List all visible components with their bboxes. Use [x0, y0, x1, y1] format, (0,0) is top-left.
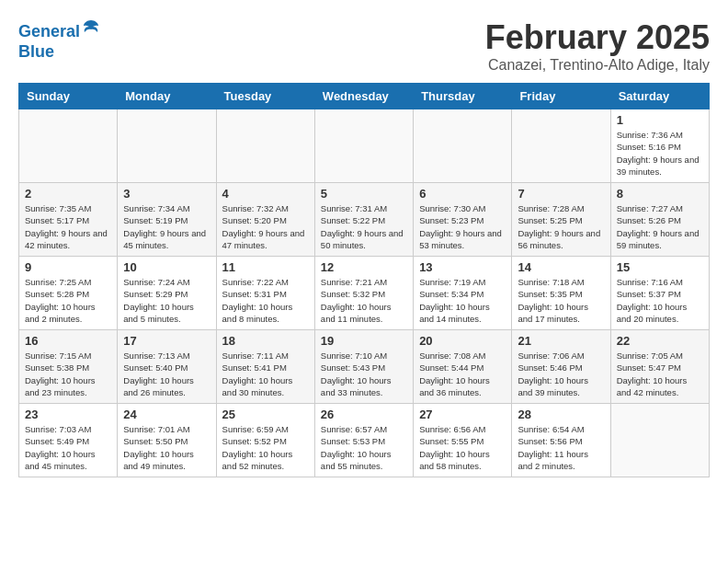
calendar-cell: 22Sunrise: 7:05 AM Sunset: 5:47 PM Dayli…	[610, 330, 709, 404]
day-number: 23	[25, 408, 111, 421]
day-info: Sunrise: 7:32 AM Sunset: 5:20 PM Dayligh…	[222, 202, 309, 251]
day-number: 22	[617, 334, 703, 348]
calendar-cell: 4Sunrise: 7:32 AM Sunset: 5:20 PM Daylig…	[216, 183, 314, 257]
logo-bird-icon	[82, 18, 100, 37]
day-info: Sunrise: 7:34 AM Sunset: 5:19 PM Dayligh…	[123, 202, 210, 251]
calendar-cell	[216, 109, 314, 183]
day-number: 3	[123, 187, 210, 201]
calendar-cell: 21Sunrise: 7:06 AM Sunset: 5:46 PM Dayli…	[512, 330, 610, 404]
calendar-cell	[610, 404, 709, 477]
calendar-cell: 13Sunrise: 7:19 AM Sunset: 5:34 PM Dayli…	[414, 257, 512, 330]
day-number: 15	[617, 260, 703, 274]
day-info: Sunrise: 7:25 AM Sunset: 5:28 PM Dayligh…	[25, 276, 111, 325]
day-info: Sunrise: 7:11 AM Sunset: 5:41 PM Dayligh…	[222, 350, 309, 398]
day-info: Sunrise: 6:59 AM Sunset: 5:52 PM Dayligh…	[222, 423, 309, 472]
day-info: Sunrise: 7:31 AM Sunset: 5:22 PM Dayligh…	[321, 202, 407, 251]
logo-blue: Blue	[18, 42, 54, 61]
day-number: 26	[321, 408, 407, 421]
calendar-cell: 1Sunrise: 7:36 AM Sunset: 5:16 PM Daylig…	[610, 109, 709, 183]
day-info: Sunrise: 7:18 AM Sunset: 5:35 PM Dayligh…	[518, 276, 604, 325]
day-info: Sunrise: 7:13 AM Sunset: 5:40 PM Dayligh…	[123, 350, 210, 398]
day-number: 12	[321, 260, 407, 274]
day-info: Sunrise: 7:08 AM Sunset: 5:44 PM Dayligh…	[419, 350, 506, 398]
day-number: 17	[123, 334, 210, 348]
calendar-cell: 12Sunrise: 7:21 AM Sunset: 5:32 PM Dayli…	[314, 257, 413, 330]
day-number: 11	[222, 260, 309, 274]
weekday-header-wednesday: Wednesday	[314, 84, 413, 109]
day-info: Sunrise: 7:15 AM Sunset: 5:38 PM Dayligh…	[25, 350, 111, 398]
calendar-cell: 5Sunrise: 7:31 AM Sunset: 5:22 PM Daylig…	[314, 183, 413, 257]
weekday-header-friday: Friday	[512, 84, 610, 109]
day-number: 25	[222, 408, 309, 421]
calendar-cell: 17Sunrise: 7:13 AM Sunset: 5:40 PM Dayli…	[118, 330, 216, 404]
day-number: 9	[25, 260, 111, 274]
calendar-cell: 10Sunrise: 7:24 AM Sunset: 5:29 PM Dayli…	[118, 257, 216, 330]
calendar-cell	[19, 109, 118, 183]
weekday-header-tuesday: Tuesday	[216, 84, 314, 109]
day-info: Sunrise: 7:16 AM Sunset: 5:37 PM Dayligh…	[617, 276, 703, 325]
calendar-cell: 26Sunrise: 6:57 AM Sunset: 5:53 PM Dayli…	[314, 404, 413, 477]
logo-general: General	[18, 22, 80, 40]
day-info: Sunrise: 7:22 AM Sunset: 5:31 PM Dayligh…	[222, 276, 309, 325]
calendar-cell: 15Sunrise: 7:16 AM Sunset: 5:37 PM Dayli…	[610, 257, 709, 330]
day-number: 2	[25, 187, 111, 201]
day-number: 6	[419, 187, 506, 201]
day-number: 1	[617, 113, 703, 127]
logo: General Blue	[18, 18, 100, 62]
month-title: February 2025	[485, 18, 710, 57]
day-number: 5	[321, 187, 407, 201]
day-info: Sunrise: 7:01 AM Sunset: 5:50 PM Dayligh…	[123, 423, 210, 472]
calendar-cell: 28Sunrise: 6:54 AM Sunset: 5:56 PM Dayli…	[512, 404, 610, 477]
calendar-cell: 6Sunrise: 7:30 AM Sunset: 5:23 PM Daylig…	[414, 183, 512, 257]
calendar-week-row: 2Sunrise: 7:35 AM Sunset: 5:17 PM Daylig…	[19, 183, 710, 257]
location-title: Canazei, Trentino-Alto Adige, Italy	[485, 57, 710, 74]
calendar-cell: 27Sunrise: 6:56 AM Sunset: 5:55 PM Dayli…	[414, 404, 512, 477]
calendar-cell: 7Sunrise: 7:28 AM Sunset: 5:25 PM Daylig…	[512, 183, 610, 257]
day-info: Sunrise: 7:10 AM Sunset: 5:43 PM Dayligh…	[321, 350, 407, 398]
day-number: 21	[518, 334, 604, 348]
day-info: Sunrise: 7:06 AM Sunset: 5:46 PM Dayligh…	[518, 350, 604, 398]
day-number: 19	[321, 334, 407, 348]
calendar-week-row: 23Sunrise: 7:03 AM Sunset: 5:49 PM Dayli…	[19, 404, 710, 477]
day-info: Sunrise: 7:19 AM Sunset: 5:34 PM Dayligh…	[419, 276, 506, 325]
calendar-cell: 23Sunrise: 7:03 AM Sunset: 5:49 PM Dayli…	[19, 404, 118, 477]
calendar-table: SundayMondayTuesdayWednesdayThursdayFrid…	[18, 83, 710, 477]
day-number: 16	[25, 334, 111, 348]
calendar-week-row: 16Sunrise: 7:15 AM Sunset: 5:38 PM Dayli…	[19, 330, 710, 404]
day-info: Sunrise: 7:30 AM Sunset: 5:23 PM Dayligh…	[419, 202, 506, 251]
day-number: 7	[518, 187, 604, 201]
day-number: 14	[518, 260, 604, 274]
day-info: Sunrise: 7:05 AM Sunset: 5:47 PM Dayligh…	[617, 350, 703, 398]
day-number: 28	[518, 408, 604, 421]
day-number: 24	[123, 408, 210, 421]
day-number: 20	[419, 334, 506, 348]
calendar-cell: 14Sunrise: 7:18 AM Sunset: 5:35 PM Dayli…	[512, 257, 610, 330]
calendar-cell: 20Sunrise: 7:08 AM Sunset: 5:44 PM Dayli…	[414, 330, 512, 404]
day-number: 4	[222, 187, 309, 201]
weekday-header-saturday: Saturday	[610, 84, 709, 109]
day-number: 10	[123, 260, 210, 274]
calendar-cell: 3Sunrise: 7:34 AM Sunset: 5:19 PM Daylig…	[118, 183, 216, 257]
day-info: Sunrise: 6:56 AM Sunset: 5:55 PM Dayligh…	[419, 423, 506, 472]
calendar-cell: 2Sunrise: 7:35 AM Sunset: 5:17 PM Daylig…	[19, 183, 118, 257]
day-number: 27	[419, 408, 506, 421]
day-info: Sunrise: 7:28 AM Sunset: 5:25 PM Dayligh…	[518, 202, 604, 251]
weekday-header-row: SundayMondayTuesdayWednesdayThursdayFrid…	[19, 84, 710, 109]
day-number: 13	[419, 260, 506, 274]
weekday-header-thursday: Thursday	[414, 84, 512, 109]
calendar-cell: 19Sunrise: 7:10 AM Sunset: 5:43 PM Dayli…	[314, 330, 413, 404]
calendar-cell: 25Sunrise: 6:59 AM Sunset: 5:52 PM Dayli…	[216, 404, 314, 477]
day-info: Sunrise: 6:57 AM Sunset: 5:53 PM Dayligh…	[321, 423, 407, 472]
day-number: 18	[222, 334, 309, 348]
calendar-cell: 24Sunrise: 7:01 AM Sunset: 5:50 PM Dayli…	[118, 404, 216, 477]
day-info: Sunrise: 7:24 AM Sunset: 5:29 PM Dayligh…	[123, 276, 210, 325]
calendar-cell: 9Sunrise: 7:25 AM Sunset: 5:28 PM Daylig…	[19, 257, 118, 330]
calendar-cell	[118, 109, 216, 183]
day-info: Sunrise: 7:35 AM Sunset: 5:17 PM Dayligh…	[25, 202, 111, 251]
calendar-cell	[314, 109, 413, 183]
calendar-week-row: 1Sunrise: 7:36 AM Sunset: 5:16 PM Daylig…	[19, 109, 710, 183]
calendar-cell	[512, 109, 610, 183]
day-info: Sunrise: 7:03 AM Sunset: 5:49 PM Dayligh…	[25, 423, 111, 472]
day-info: Sunrise: 6:54 AM Sunset: 5:56 PM Dayligh…	[518, 423, 604, 472]
title-area: February 2025 Canazei, Trentino-Alto Adi…	[485, 18, 710, 74]
